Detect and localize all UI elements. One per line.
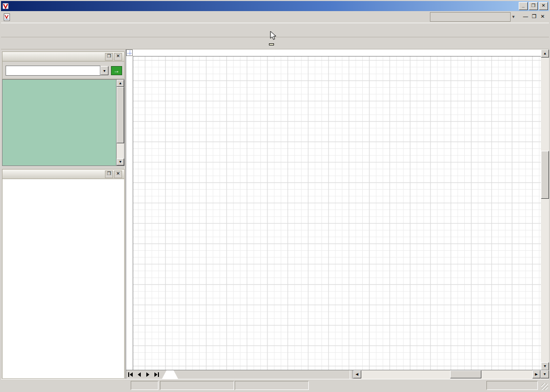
size-panel-close-button[interactable]: ✕	[114, 171, 122, 178]
menu-bar: ▼ — ❐ ✕	[1, 11, 549, 23]
vertical-ruler	[126, 56, 133, 370]
next-page-button[interactable]	[143, 370, 152, 379]
mdi-window-buttons: — ❐ ✕	[521, 13, 547, 21]
page-tab[interactable]	[162, 370, 178, 379]
resize-grip[interactable]	[541, 383, 548, 390]
first-page-button[interactable]	[126, 370, 135, 379]
mdi-minimize-button[interactable]: —	[521, 13, 530, 21]
shape-search-area: ▼ →	[2, 62, 125, 79]
shapes-panel-close-button[interactable]: ✕	[114, 53, 122, 61]
size-panel-float-button[interactable]: ❐	[105, 171, 113, 178]
vertical-scrollbar[interactable]: ▲ ▼	[541, 49, 549, 370]
mdi-close-button[interactable]: ✕	[538, 13, 547, 21]
ruler-origin-corner	[126, 49, 133, 56]
status-bar	[1, 379, 549, 391]
minimize-button[interactable]: _	[519, 2, 528, 10]
size-panel-body	[2, 179, 125, 379]
tab-strip-filler	[178, 370, 350, 379]
status-segment	[235, 381, 309, 390]
shape-search-input[interactable]	[6, 66, 100, 76]
scroll-left-icon[interactable]: ◀	[353, 370, 361, 378]
scroll-down-icon[interactable]: ▼	[541, 362, 549, 370]
status-page-indicator	[486, 381, 538, 390]
formatting-toolbar-row	[1, 37, 549, 49]
app-icon	[2, 3, 9, 10]
horizontal-ruler	[133, 49, 541, 57]
horizontal-scroll-thumb[interactable]	[450, 370, 481, 378]
mdi-restore-button[interactable]: ❐	[530, 13, 538, 21]
status-segment	[160, 381, 234, 390]
stencil-scroll-down-icon[interactable]: ▼	[117, 158, 124, 165]
status-segment	[131, 381, 158, 390]
main-area: ❐ ✕ ▼ → ▲ ▼	[1, 49, 549, 379]
shapes-panel-titlebar: ❐ ✕	[2, 51, 125, 62]
scroll-down2-icon[interactable]: ▼	[540, 370, 549, 378]
last-page-button[interactable]	[152, 370, 160, 379]
stencil-scroll-thumb[interactable]	[117, 87, 124, 143]
tab-scrollbar-splitter[interactable]	[350, 370, 353, 379]
question-box[interactable]	[430, 12, 511, 22]
shapes-panel-float-button[interactable]: ❐	[105, 53, 113, 61]
drawing-canvas[interactable]	[133, 56, 541, 370]
page-tab-strip: ◀ ▶ ▼	[126, 370, 549, 379]
stencil-scroll-up-icon[interactable]: ▲	[117, 80, 124, 87]
restore-button[interactable]: ❐	[529, 2, 538, 10]
title-bar: _ ❐ ✕	[1, 1, 549, 11]
shape-search-dropdown-icon[interactable]: ▼	[100, 66, 108, 75]
shape-search-go-button[interactable]: →	[111, 66, 122, 75]
scroll-up-icon[interactable]: ▲	[541, 49, 549, 58]
question-box-dropdown-icon[interactable]: ▼	[511, 15, 516, 19]
drawing-area: ▲ ▼ ◀	[126, 49, 549, 379]
text-tool-tooltip	[269, 43, 274, 45]
stencil-scrollbar[interactable]: ▲ ▼	[116, 80, 124, 165]
close-button[interactable]: ✕	[539, 2, 548, 10]
document-icon[interactable]	[3, 13, 11, 21]
shapes-pane: ❐ ✕ ▼ → ▲ ▼	[1, 49, 126, 379]
previous-page-button[interactable]	[135, 370, 143, 379]
visio-window: _ ❐ ✕ ▼ — ❐ ✕ ❐ ✕	[0, 0, 550, 392]
scroll-right-icon[interactable]: ▶	[532, 370, 540, 378]
vertical-scroll-thumb[interactable]	[541, 151, 549, 199]
horizontal-scrollbar[interactable]	[361, 370, 533, 379]
standard-toolbar-row	[1, 23, 549, 37]
stencil-shape-list: ▲ ▼	[2, 79, 125, 166]
size-panel-titlebar: ❐ ✕	[2, 169, 125, 179]
